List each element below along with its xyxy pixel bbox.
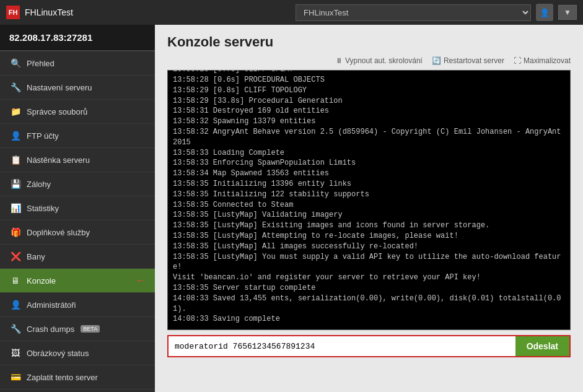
sidebar: 82.208.17.83:27281 🔍 Přehled 🔧 Nastavení… [0,25,155,392]
console-input[interactable] [169,336,515,356]
ban-icon: ❌ [9,250,22,263]
stats-icon: 📊 [9,202,22,214]
maximize-button[interactable]: ⛶ Maximalizovat [514,56,571,65]
auto-scroll-label: Vypnout aut. skrolování [345,56,423,65]
crash-icon: 🔧 [9,323,22,335]
sidebar-item-nastaveni[interactable]: 🔧 Nastavení serveru [0,76,155,100]
sidebar-item-label: Administrátoři [27,300,76,310]
sidebar-item-label: Doplňkové služby [27,228,90,237]
main-container: 82.208.17.83:27281 🔍 Přehled 🔧 Nastavení… [0,25,583,392]
admin-icon: 👤 [9,298,22,311]
image-icon: 🖼 [9,347,22,359]
sidebar-item-label: Správce souborů [27,107,87,116]
sidebar-item-label: Konzole [27,276,56,285]
user-icon: 👤 [536,4,553,21]
payment-icon: 💳 [9,371,22,383]
restart-server-button[interactable]: 🔄 Restartovat server [432,56,504,65]
auto-scroll-button[interactable]: ⏸ Vypnout aut. skrolování [335,56,423,65]
sidebar-item-admini[interactable]: 👤 Administrátoři [0,293,155,317]
sidebar-item-bany[interactable]: ❌ Bany [0,245,155,269]
sidebar-item-obrazkovy[interactable]: 🖼 Obrázkový status [0,341,155,365]
sidebar-item-ftp[interactable]: 👤 FTP účty [0,124,155,148]
sidebar-item-crashdumps[interactable]: 🔧 Crash dumps BETA [0,317,155,341]
app-logo: FH [6,6,20,19]
console-output: 13:58:23 [0.3s] FOREST ROCKS 1/2 13:58:2… [167,70,571,330]
server-selector[interactable]: FHLinuxTest [296,4,531,21]
sidebar-item-prehled[interactable]: 🔍 Přehled [0,51,155,76]
addon-icon: 🎁 [9,226,22,238]
settings-icon: 🔧 [9,81,22,94]
sidebar-item-label: Přehled [27,59,55,68]
ftp-icon: 👤 [9,129,22,142]
send-button[interactable]: Odeslat [515,336,569,356]
sidebar-item-label: FTP účty [27,131,59,141]
backup-icon: 💾 [9,178,22,190]
console-input-row: Odeslat [167,335,571,357]
restart-label: Restartovat server [444,56,504,65]
beta-badge: BETA [81,325,100,333]
sidebar-item-zaplatit[interactable]: 💳 Zaplatit tento server [0,365,155,390]
sidebar-item-konzole[interactable]: 🖥 Konzole ← [0,269,155,293]
content-area: Konzole serveru ⏸ Vypnout aut. skrolován… [155,25,583,392]
restart-icon: 🔄 [432,56,441,65]
sidebar-item-spravce[interactable]: 📁 Správce souborů [0,100,155,124]
logo-text: FH [9,9,18,16]
sidebar-item-label: Zálohy [27,180,51,189]
sidebar-item-label: Bany [27,252,45,261]
sidebar-item-nastenkа[interactable]: 📋 Nástěnka serveru [0,148,155,172]
console-icon: 🖥 [9,274,22,287]
maximize-label: Maximalizovat [524,56,571,65]
topbar: FH FHLinuxTest FHLinuxTest 👤 ▼ [0,0,583,25]
page-title: Konzole serveru [167,34,571,50]
server-ip: 82.208.17.83:27281 [0,25,155,51]
sidebar-item-statistiky[interactable]: 📊 Statistiky [0,196,155,220]
topbar-dropdown-button[interactable]: ▼ [558,5,577,20]
sidebar-item-zalohy[interactable]: 💾 Zálohy [0,172,155,196]
sidebar-item-label: Statistiky [27,204,59,213]
sidebar-item-label: Zaplatit tento server [27,373,98,382]
sidebar-item-doplnkove[interactable]: 🎁 Doplňkové služby [0,220,155,245]
sidebar-item-label: Obrázkový status [27,349,89,358]
maximize-icon: ⛶ [514,56,521,65]
active-arrow-icon: ← [136,275,146,286]
folder-icon: 📁 [9,105,22,118]
board-icon: 📋 [9,154,22,166]
sidebar-item-label: Nastavení serveru [27,83,92,92]
sidebar-item-label: Crash dumps [27,324,74,334]
app-title: FHLinuxTest [25,7,291,17]
pause-icon: ⏸ [335,56,343,65]
console-toolbar: ⏸ Vypnout aut. skrolování 🔄 Restartovat … [167,56,571,65]
overview-icon: 🔍 [9,57,22,69]
sidebar-item-label: Nástěnka serveru [27,155,90,165]
